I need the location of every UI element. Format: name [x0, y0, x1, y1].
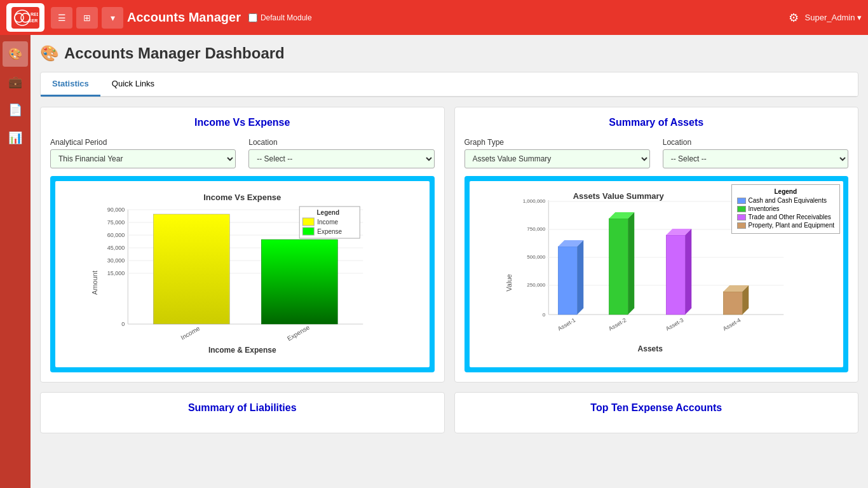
svg-text:75,000: 75,000 [107, 219, 125, 226]
graph-type-select[interactable]: Assets Value Summary [465, 149, 650, 168]
svg-text:15,000: 15,000 [107, 270, 125, 276]
svg-text:750,000: 750,000 [527, 226, 545, 232]
income-expense-title: Income Vs Expense [50, 117, 435, 128]
svg-text:250,000: 250,000 [527, 282, 545, 288]
svg-text:Income & Expense: Income & Expense [208, 346, 276, 355]
default-module-checkbox[interactable] [248, 13, 257, 22]
svg-text:Value: Value [505, 274, 513, 291]
dashboard-grid: Income Vs Expense Analytical Period This… [40, 107, 858, 433]
user-dropdown[interactable]: Super_Admin ▾ [805, 13, 862, 22]
svg-text:0: 0 [121, 321, 125, 327]
svg-text:1,000,000: 1,000,000 [522, 198, 545, 204]
svg-text:Asset-1: Asset-1 [557, 316, 576, 332]
svg-text:30,000: 30,000 [107, 257, 125, 264]
assets-title: Summary of Assets [465, 117, 849, 128]
svg-rect-31 [302, 227, 314, 235]
assets-location-label: Location [663, 138, 848, 147]
assets-chart-inner: Legend Cash and Cash Equivalents Invento… [470, 181, 844, 367]
svg-text:Income: Income [317, 219, 338, 226]
svg-text:Income: Income [180, 325, 201, 341]
svg-marker-54 [685, 229, 691, 315]
income-location-group: Location -- Select -- [248, 138, 434, 168]
svg-rect-22 [153, 214, 229, 324]
logo: RED SERIES [6, 3, 44, 32]
svg-text:Asset-3: Asset-3 [665, 316, 684, 332]
svg-text:500,000: 500,000 [527, 254, 545, 260]
income-chart-inner: Income Vs Expense Amount 90,000 75,000 6… [55, 181, 430, 367]
svg-text:SERIES: SERIES [29, 18, 38, 23]
svg-text:Amount: Amount [91, 271, 98, 295]
income-form-row: Analytical Period This Financial Year Lo… [50, 138, 435, 168]
svg-point-0 [15, 10, 30, 25]
svg-text:Asset-4: Asset-4 [722, 316, 742, 332]
navbar-right: ⚙ Super_Admin ▾ [789, 11, 862, 25]
svg-text:Asset-2: Asset-2 [607, 316, 627, 332]
sidebar-item-briefcase[interactable]: 💼 [3, 69, 28, 95]
svg-text:0: 0 [542, 312, 545, 318]
assets-legend: Legend Cash and Cash Equivalents Invento… [731, 184, 840, 234]
assets-card: Summary of Assets Graph Type Assets Valu… [454, 107, 859, 383]
page-title: 🎨 Accounts Manager Dashboard [40, 44, 858, 62]
logo-inner: RED SERIES [11, 7, 39, 29]
tab-quick-links[interactable]: Quick Links [100, 72, 166, 97]
svg-text:Income Vs Expense: Income Vs Expense [203, 193, 281, 202]
svg-rect-52 [666, 235, 685, 315]
svg-text:45,000: 45,000 [107, 245, 125, 251]
graph-type-label: Graph Type [465, 138, 650, 147]
svg-rect-55 [723, 292, 742, 315]
income-location-select[interactable]: -- Select -- [248, 149, 434, 168]
page-title-icon: 🎨 [40, 44, 59, 62]
legend-inventories: Inventories [749, 205, 780, 212]
analytical-period-select[interactable]: This Financial Year [50, 149, 236, 168]
sidebar: 🎨 💼 📄 📊 [0, 35, 31, 443]
svg-text:60,000: 60,000 [107, 232, 125, 238]
legend-property: Property, Plant and Equipment [749, 222, 834, 229]
apps-button[interactable]: ⊞ [76, 7, 98, 29]
settings-icon[interactable]: ⚙ [789, 11, 799, 25]
svg-text:Assets Value Summary: Assets Value Summary [573, 191, 664, 201]
sidebar-item-file[interactable]: 📄 [3, 97, 28, 123]
tabs-container: Statistics Quick Links [40, 72, 858, 97]
svg-text:Expense: Expense [286, 323, 311, 342]
liabilities-title: Summary of Liabilities [50, 402, 435, 414]
tab-statistics[interactable]: Statistics [41, 72, 100, 97]
assets-location-select[interactable]: -- Select -- [663, 149, 848, 168]
svg-text:Assets: Assets [637, 344, 663, 353]
liabilities-card: Summary of Liabilities [40, 392, 445, 433]
svg-rect-46 [558, 247, 577, 315]
default-module: Default Module [248, 13, 312, 22]
analytical-period-label: Analytical Period [50, 138, 236, 147]
tabs-list: Statistics Quick Links [41, 72, 858, 97]
main-content: 🎨 Accounts Manager Dashboard Statistics … [31, 35, 868, 443]
navbar-title: Accounts Manager [127, 10, 241, 25]
income-chart-area: Income Vs Expense Amount 90,000 75,000 6… [50, 176, 435, 372]
legend-trade: Trade and Other Receivables [749, 214, 831, 220]
income-location-label: Location [248, 138, 434, 147]
sidebar-item-chart[interactable]: 📊 [3, 125, 28, 151]
top-expense-title: Top Ten Expense Accounts [465, 402, 849, 414]
income-expense-card: Income Vs Expense Analytical Period This… [40, 107, 445, 383]
svg-rect-29 [302, 218, 314, 226]
svg-text:RED: RED [31, 12, 38, 17]
graph-type-group: Graph Type Assets Value Summary [465, 138, 650, 168]
assets-chart-area: Legend Cash and Cash Equivalents Invento… [465, 176, 849, 372]
svg-text:Expense: Expense [317, 228, 342, 235]
svg-marker-48 [577, 240, 583, 315]
assets-form-row: Graph Type Assets Value Summary Location… [465, 138, 849, 168]
sidebar-item-palette[interactable]: 🎨 [3, 41, 28, 67]
analytical-period-group: Analytical Period This Financial Year [50, 138, 236, 168]
navbar: RED SERIES ☰ ⊞ ▾ Accounts Manager Defaul… [0, 0, 868, 35]
svg-marker-51 [628, 212, 634, 315]
assets-location-group: Location -- Select -- [663, 138, 848, 168]
svg-rect-49 [609, 219, 628, 315]
top-expense-card: Top Ten Expense Accounts [454, 392, 859, 433]
svg-text:90,000: 90,000 [107, 207, 125, 213]
legend-cash: Cash and Cash Equivalents [749, 197, 827, 204]
income-chart-svg: Income Vs Expense Amount 90,000 75,000 6… [62, 187, 423, 359]
svg-rect-23 [261, 240, 337, 324]
chevron-button[interactable]: ▾ [102, 7, 123, 29]
svg-text:Legend: Legend [316, 209, 339, 216]
menu-button[interactable]: ☰ [51, 7, 72, 29]
